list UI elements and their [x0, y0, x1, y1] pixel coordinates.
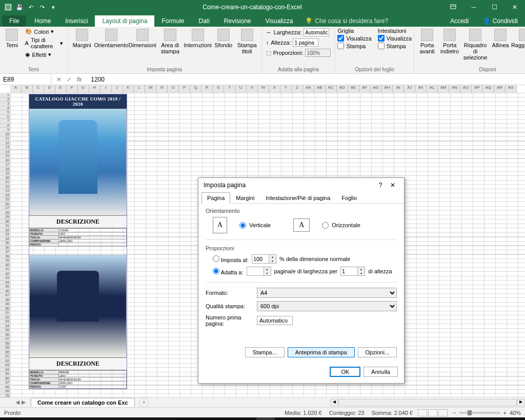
height-icon: ↕	[266, 39, 269, 46]
effects-icon: ◉	[25, 51, 30, 58]
undo-icon[interactable]: ↶	[27, 3, 35, 11]
print-preview-button[interactable]: Anteprima di stampa	[288, 347, 355, 357]
effects-button[interactable]: ◉Effetti▾	[23, 51, 65, 58]
column-headers[interactable]: ABCDEFGHIJKLMNOPQRSTUVWXYZAAABACADAEAFAG…	[10, 85, 517, 93]
tab-review[interactable]: Revisione	[217, 15, 258, 27]
excel-icon	[4, 3, 12, 11]
headings-view-check[interactable]: Visualizza	[378, 35, 412, 42]
landscape-radio[interactable]: Orizzontale	[322, 222, 360, 229]
zoom-slider[interactable]	[459, 412, 500, 414]
help-icon[interactable]: ?	[374, 182, 387, 189]
tab-header-footer[interactable]: Intestazione/Piè di pagina	[260, 192, 336, 203]
tab-insert[interactable]: Inserisci	[58, 15, 95, 27]
tab-margins[interactable]: Margini	[230, 192, 260, 203]
fit-to-radio[interactable]: Adatta a:	[213, 268, 244, 275]
breaks-button[interactable]: Interruzioni	[184, 28, 212, 49]
tab-view[interactable]: Visualizza	[258, 15, 300, 27]
tab-sheet[interactable]: Foglio	[336, 192, 362, 203]
dialog-titlebar[interactable]: Imposta pagina ? ✕	[198, 178, 404, 192]
ribbon-options-icon[interactable]	[443, 0, 463, 14]
maximize-icon[interactable]: ☐	[484, 0, 504, 14]
print-quality-select[interactable]: 600 dpi	[257, 301, 397, 311]
status-bar: Pronto Media: 1.020 € Conteggio: 23 Somm…	[0, 407, 525, 417]
edge-icon[interactable]: e	[198, 417, 216, 420]
print-area-button[interactable]: Area di stampa	[158, 28, 183, 55]
fonts-button[interactable]: ATipi di carattere▾	[23, 36, 65, 50]
sheet-tab[interactable]: Come creare un catalogo con Exc	[31, 398, 135, 407]
sheet-nav-next-icon[interactable]: ▶	[22, 399, 26, 406]
headings-print-check[interactable]: Stampa	[378, 43, 412, 49]
portrait-icon: A	[213, 217, 227, 233]
margins-button[interactable]: Margini	[70, 28, 94, 49]
tab-data[interactable]: Dati	[191, 15, 216, 27]
group-sheet-options: Griglia Visualizza Stampa Intestazioni V…	[335, 27, 414, 73]
paper-size-label: Formato:	[206, 290, 254, 296]
zoom-in-icon[interactable]: +	[503, 410, 507, 416]
ok-button[interactable]: OK	[330, 367, 360, 377]
page-break-view-icon[interactable]	[438, 409, 448, 416]
orientation-label: Orientamento	[206, 208, 397, 214]
formula-input[interactable]: 1200	[87, 76, 525, 83]
sheet-nav-prev-icon[interactable]: ◀	[15, 399, 19, 406]
first-page-input[interactable]	[257, 316, 293, 325]
normal-view-icon[interactable]	[418, 409, 427, 416]
colors-button[interactable]: 🎨Colori▾	[23, 28, 65, 35]
task-view-icon[interactable]: ▢	[178, 417, 197, 420]
print-titles-button[interactable]: Stampa titoli	[235, 28, 259, 55]
add-sheet-button[interactable]: +	[139, 397, 149, 408]
page-layout-view-icon[interactable]	[428, 409, 437, 416]
catalog-page-1: CATALOGO GIACCHE UOMO 2019 / 2020 DESCRI…	[29, 94, 127, 389]
selection-pane-button[interactable]: Riquadro di selezione	[461, 28, 489, 62]
themes-button[interactable]: Temi	[2, 28, 22, 49]
tab-page[interactable]: Pagina	[201, 192, 230, 204]
share-button[interactable]: 👤 Condividi	[476, 15, 525, 27]
save-icon[interactable]: 💾	[15, 3, 24, 11]
tab-home[interactable]: Home	[27, 15, 58, 27]
cancel-formula-icon[interactable]: ✕	[56, 76, 62, 83]
minimize-icon[interactable]: ─	[463, 0, 484, 14]
tab-page-layout[interactable]: Layout di pagina	[95, 15, 154, 27]
sheet-tab-bar: ◀▶ Come creare un catalogo con Exc + ◀▶	[0, 397, 525, 407]
options-button[interactable]: Opzioni...	[358, 347, 397, 357]
cancel-button[interactable]: Annulla	[364, 367, 398, 377]
portrait-radio[interactable]: Verticale	[239, 222, 271, 229]
start-button[interactable]	[0, 417, 21, 420]
qat-dropdown-icon[interactable]: ▾	[49, 3, 57, 11]
close-icon[interactable]: ✕	[504, 0, 525, 14]
adjust-percent-input[interactable]: ▲▼	[252, 254, 276, 264]
fit-height-input[interactable]: ▲▼	[340, 267, 365, 276]
tell-me[interactable]: 💡Che cosa si desidera fare?	[300, 15, 393, 27]
zoom-level[interactable]: 40%	[510, 410, 521, 416]
orientation-button[interactable]: Orientamento	[95, 28, 127, 49]
send-backward-button[interactable]: Porta indietro	[439, 28, 460, 55]
align-button[interactable]: Allinea	[490, 28, 511, 49]
excel-taskbar-icon[interactable]: X	[256, 417, 275, 420]
sign-in[interactable]: Accedi	[443, 15, 476, 27]
enter-formula-icon[interactable]: ✓	[67, 76, 72, 83]
background-button[interactable]: Sfondo	[213, 28, 234, 49]
fx-icon[interactable]: fx	[77, 76, 82, 83]
group-button[interactable]: Raggruppa	[512, 28, 525, 49]
name-box[interactable]: E89	[0, 74, 51, 85]
height-input[interactable]	[293, 38, 318, 47]
width-input[interactable]	[304, 28, 329, 36]
grid-view-check[interactable]: Visualizza	[337, 35, 371, 42]
redo-icon[interactable]: ↷	[38, 3, 46, 11]
paper-size-select[interactable]: A4	[257, 288, 397, 298]
row-headers[interactable]: 1234567891011121314151617181920212223242…	[0, 93, 10, 397]
tab-file[interactable]: File	[2, 15, 26, 27]
store-icon[interactable]: 🛍	[237, 417, 255, 420]
fit-width-input[interactable]: ▲▼	[247, 267, 271, 276]
explorer-icon[interactable]: 📁	[217, 417, 236, 420]
print-button[interactable]: Stampa...	[245, 347, 285, 357]
zoom-out-icon[interactable]: −	[453, 410, 456, 416]
tab-formulas[interactable]: Formule	[154, 15, 191, 27]
table-row: MODELLO:PRINCE	[30, 371, 127, 374]
bring-forward-button[interactable]: Porta avanti	[416, 28, 438, 55]
dialog-close-icon[interactable]: ✕	[387, 182, 399, 189]
grid-print-check[interactable]: Stampa	[337, 43, 371, 49]
horizontal-scrollbar[interactable]: ◀▶	[330, 399, 525, 406]
share-icon: 👤	[483, 17, 491, 25]
adjust-to-radio[interactable]: Imposta al:	[213, 255, 249, 263]
size-button[interactable]: Dimensioni	[128, 28, 157, 49]
